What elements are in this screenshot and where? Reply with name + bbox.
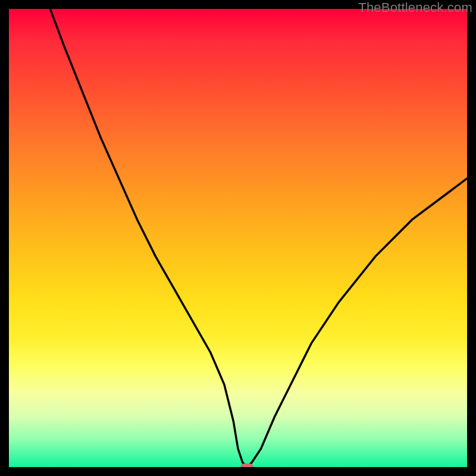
plot-area xyxy=(9,9,467,467)
chart-frame: TheBottleneck.com xyxy=(0,0,476,476)
bottleneck-curve xyxy=(9,9,467,467)
watermark-text: TheBottleneck.com xyxy=(358,0,472,15)
optimal-marker xyxy=(240,464,253,467)
